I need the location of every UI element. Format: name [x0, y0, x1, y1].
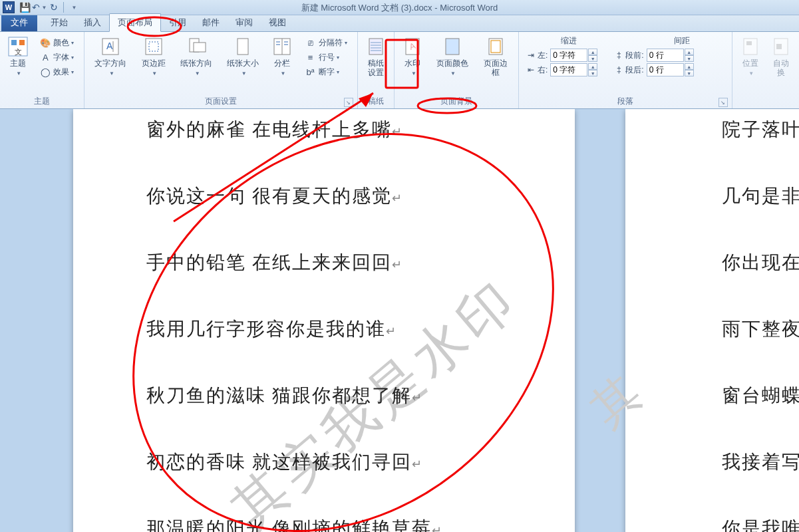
svg-rect-2 [19, 40, 25, 45]
breaks-icon: ⎚ [305, 37, 316, 48]
ribbon: 文 主题▼ 🎨颜色▾ A字体▾ ◯效果▾ 主题 A 文字方向▼ 页边距▼ [0, 32, 799, 109]
indent-left-label: 左: [538, 50, 548, 61]
document-line[interactable]: 手中的铅笔 在纸上来来回回↵ [146, 250, 575, 275]
tab-file[interactable]: 文件 [1, 14, 37, 31]
size-button[interactable]: 纸张大小▼ [220, 34, 266, 80]
paragraph-launcher[interactable]: ↘ [719, 98, 728, 107]
page-color-icon [442, 36, 463, 57]
theme-fonts-button[interactable]: A字体▾ [35, 50, 79, 65]
document-line[interactable]: 窗外的麻雀 在电线杆上多嘴↵ [146, 117, 575, 142]
page-1[interactable]: 其实我是水印 窗外的麻雀 在电线杆上多嘴↵你说这一句 很有夏天的感觉↵手中的铅笔… [73, 109, 575, 532]
ribbon-tabs: 文件 开始 插入 页面布局 引用 邮件 审阅 视图 [0, 15, 799, 32]
tab-review[interactable]: 审阅 [228, 14, 261, 31]
group-arrange-label [735, 106, 796, 108]
tab-page-layout[interactable]: 页面布局 [109, 13, 161, 32]
indent-right-down[interactable]: ▼ [588, 70, 597, 76]
margins-button[interactable]: 页边距▼ [134, 34, 173, 80]
svg-rect-24 [446, 39, 459, 55]
spacing-after-down[interactable]: ▼ [685, 70, 694, 76]
document-line[interactable]: 雨下整夜 [722, 317, 799, 342]
spacing-header: 间距 [639, 35, 725, 48]
spacing-before-input[interactable] [647, 49, 684, 62]
document-line[interactable]: 你说这一句 很有夏天的感觉↵ [146, 184, 575, 209]
page-color-button[interactable]: 页面颜色▼ [428, 34, 476, 80]
indent-right-up[interactable]: ▲ [588, 63, 597, 70]
breaks-button[interactable]: ⎚分隔符▾ [301, 35, 352, 50]
svg-rect-10 [238, 39, 248, 55]
themes-button[interactable]: 文 主题▼ [3, 34, 33, 80]
svg-rect-17 [369, 39, 383, 55]
hyphenation-icon: bª [305, 66, 316, 77]
spacing-after-up[interactable]: ▲ [685, 63, 694, 70]
svg-text:A: A [106, 41, 113, 51]
indent-left-input[interactable] [550, 49, 587, 62]
document-line[interactable]: 初恋的香味 就这样被我们寻回↵ [146, 450, 575, 475]
hyphenation-button[interactable]: bª断字▾ [301, 65, 352, 79]
indent-right-icon: ⇤ [526, 65, 536, 74]
document-line[interactable]: 你出现在 [722, 250, 799, 275]
document-line[interactable]: 你是我唯 [722, 516, 799, 532]
themes-label: 主题 [10, 59, 26, 68]
orientation-icon [186, 36, 207, 57]
undo-icon[interactable]: ↶▼ [32, 1, 47, 14]
indent-left-up[interactable]: ▲ [588, 49, 597, 55]
manuscript-settings-button[interactable]: 稿纸设置 [361, 34, 391, 79]
page-borders-icon [485, 36, 506, 57]
fonts-icon: A [40, 52, 51, 63]
spacing-after-label: 段后: [625, 65, 643, 76]
indent-right-input[interactable] [550, 63, 587, 76]
spacing-before-label: 段前: [625, 50, 643, 61]
svg-rect-1 [11, 40, 17, 45]
line-numbers-icon: ≡ [305, 52, 316, 63]
theme-colors-button[interactable]: 🎨颜色▾ [35, 35, 79, 50]
group-page-setup-label: 页面设置 [205, 96, 237, 106]
tab-references[interactable]: 引用 [161, 14, 194, 31]
save-icon[interactable]: 💾 [17, 1, 32, 14]
line-numbers-button[interactable]: ≡行号▾ [301, 50, 352, 65]
group-theme-label: 主题 [3, 94, 81, 108]
document-line[interactable]: 那温暖的阳光 像刚摘的鲜艳草莓↵ [146, 516, 575, 532]
spacing-before-down[interactable]: ▼ [685, 55, 694, 62]
spacing-after-input[interactable] [647, 63, 684, 76]
page-setup-launcher[interactable]: ↘ [344, 98, 353, 107]
document-area[interactable]: 其实我是水印 窗外的麻雀 在电线杆上多嘴↵你说这一句 很有夏天的感觉↵手中的铅笔… [0, 109, 799, 532]
indent-left-down[interactable]: ▼ [588, 55, 597, 62]
document-line[interactable]: 我用几行字形容你是我的谁↵ [146, 317, 575, 342]
document-line[interactable]: 窗台蝴蝶 [722, 383, 799, 408]
document-line[interactable]: 我接着写 [722, 450, 799, 475]
svg-rect-6 [146, 39, 162, 55]
orientation-button[interactable]: 纸张方向▼ [173, 34, 220, 80]
page-borders-button[interactable]: 页面边框 [476, 34, 516, 79]
redo-icon[interactable]: ↻ [47, 1, 61, 14]
group-paragraph-label: 段落 [617, 96, 633, 106]
wrap-text-icon [770, 36, 792, 57]
size-icon [232, 36, 253, 57]
svg-rect-27 [744, 39, 757, 55]
customize-qat-icon[interactable]: ▼ [66, 1, 80, 14]
watermark-button[interactable]: A 水印▼ [397, 34, 429, 80]
tab-insert[interactable]: 插入 [76, 14, 109, 31]
watermark-icon: A [402, 36, 423, 57]
document-line[interactable]: 秋刀鱼的滋味 猫跟你都想了解↵ [146, 383, 575, 408]
indent-right-label: 右: [538, 65, 548, 76]
spacing-before-icon: ‡ [613, 51, 624, 60]
document-line[interactable]: 院子落叶 [722, 117, 799, 142]
app-icon[interactable]: W [3, 1, 15, 13]
group-page-bg-label: 页面背景 [397, 94, 516, 108]
page-2[interactable]: 其 院子落叶几句是非你出现在雨下整夜窗台蝴蝶我接着写你是我唯 [625, 109, 799, 532]
tab-home[interactable]: 开始 [43, 14, 76, 31]
tab-mailings[interactable]: 邮件 [194, 14, 228, 31]
tab-view[interactable]: 视图 [261, 14, 294, 31]
qat-separator [63, 2, 64, 13]
spacing-after-icon: ‡ [613, 65, 624, 74]
theme-effects-button[interactable]: ◯效果▾ [35, 65, 79, 79]
margins-icon [143, 36, 164, 57]
svg-text:文: 文 [14, 48, 21, 56]
position-icon [740, 36, 761, 57]
spacing-before-up[interactable]: ▲ [685, 49, 694, 55]
document-line[interactable]: 几句是非 [722, 184, 799, 209]
text-direction-icon: A [100, 36, 121, 57]
text-direction-button[interactable]: A 文字方向▼ [87, 34, 134, 80]
columns-button[interactable]: 分栏▼ [266, 34, 297, 80]
colors-icon: 🎨 [40, 37, 51, 48]
